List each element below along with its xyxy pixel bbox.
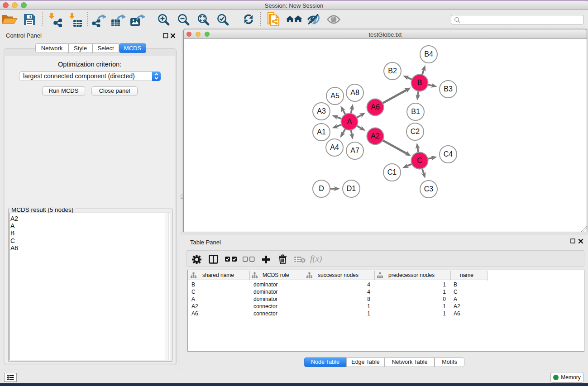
svg-text:B4: B4: [424, 50, 433, 58]
svg-text:A4: A4: [330, 143, 339, 151]
svg-text:C: C: [417, 157, 422, 164]
svg-text:A: A: [347, 118, 352, 125]
svg-text:B1: B1: [411, 108, 420, 115]
svg-text:A8: A8: [350, 89, 359, 96]
svg-text:D: D: [319, 185, 324, 192]
svg-text:D1: D1: [347, 185, 356, 192]
svg-text:B3: B3: [444, 85, 453, 93]
svg-text:C1: C1: [387, 168, 397, 176]
svg-text:A1: A1: [317, 128, 326, 136]
svg-text:A2: A2: [371, 132, 380, 140]
svg-text:A7: A7: [350, 147, 359, 154]
svg-text:C2: C2: [411, 128, 420, 135]
svg-text:B: B: [417, 79, 422, 86]
svg-text:A5: A5: [330, 92, 339, 100]
svg-text:A6: A6: [371, 103, 380, 111]
svg-text:A3: A3: [317, 107, 326, 115]
svg-text:C4: C4: [444, 150, 453, 158]
svg-text:C3: C3: [424, 185, 434, 193]
svg-text:B2: B2: [388, 67, 397, 75]
